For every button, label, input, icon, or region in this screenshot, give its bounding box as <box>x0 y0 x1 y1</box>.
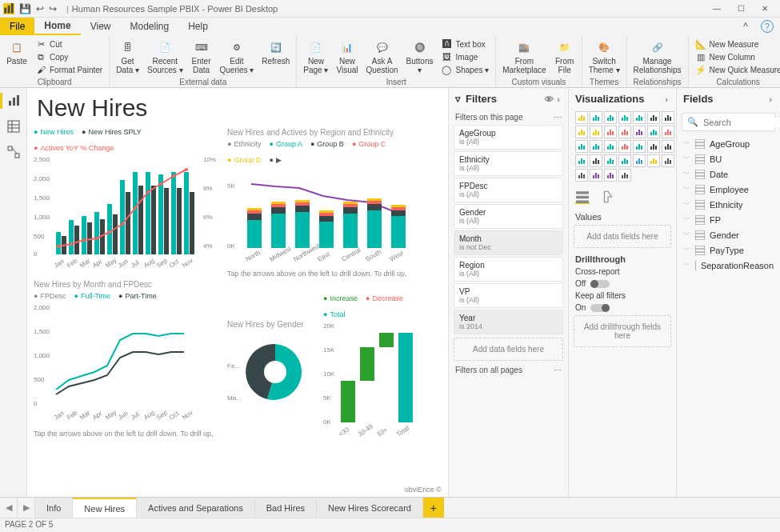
more-icon[interactable]: ⋯ <box>554 113 562 122</box>
from-file-button[interactable]: 📁From File <box>553 38 577 74</box>
new-visual-button[interactable]: 📊New Visual <box>334 38 359 74</box>
maximize-icon[interactable]: ☐ <box>729 4 753 13</box>
viz-type-icon[interactable] <box>590 111 602 124</box>
page-tab[interactable]: Info <box>35 498 73 518</box>
file-tab[interactable]: File <box>0 18 34 35</box>
view-tab[interactable]: View <box>81 18 121 35</box>
collapse-viz-icon[interactable]: › <box>663 94 670 104</box>
viz-type-icon[interactable] <box>604 140 617 153</box>
get-data-button[interactable]: 🗄Get Data ▾ <box>114 38 141 74</box>
viz-type-icon[interactable] <box>590 154 602 167</box>
field-table-row[interactable]: ﹀Ethnicity <box>677 197 780 212</box>
field-table-row[interactable]: ﹀AgeGroup <box>677 136 780 151</box>
format-painter-button[interactable]: 🖌Format Painter <box>34 64 104 75</box>
chart-new-hires[interactable]: New Hires New Hires SPLY Actives YoY % C… <box>34 128 218 274</box>
tab-nav-prev[interactable]: ◀ <box>0 498 18 518</box>
viz-type-icon[interactable] <box>575 111 588 124</box>
viz-type-icon[interactable] <box>633 111 646 124</box>
save-icon[interactable]: 💾 <box>19 3 31 14</box>
filter-card[interactable]: Genderis (All) <box>454 204 563 229</box>
viz-type-icon[interactable] <box>647 111 660 124</box>
copy-button[interactable]: ⧉Copy <box>34 51 104 62</box>
viz-type-icon[interactable] <box>662 154 674 167</box>
viz-type-icon[interactable] <box>633 126 646 138</box>
viz-type-icon[interactable] <box>618 140 631 153</box>
switch-theme-button[interactable]: 🎨Switch Theme ▾ <box>587 38 622 74</box>
redo-icon[interactable]: ↪ <box>49 3 57 14</box>
viz-type-icon[interactable] <box>618 169 631 182</box>
new-measure-button[interactable]: 📐New Measure <box>694 38 780 50</box>
field-table-row[interactable]: ﹀PayType <box>677 242 780 258</box>
viz-type-icon[interactable] <box>590 140 602 153</box>
viz-type-icon[interactable] <box>590 169 602 182</box>
edit-queries-button[interactable]: ⚙Edit Queries ▾ <box>218 38 256 74</box>
viz-type-icon[interactable] <box>604 169 617 182</box>
viz-type-icon[interactable] <box>604 111 617 124</box>
recent-sources-button[interactable]: 📄Recent Sources ▾ <box>146 38 184 74</box>
filter-drop-zone[interactable]: Add data fields here <box>454 338 563 361</box>
textbox-button[interactable]: 🅰Text box <box>439 38 490 50</box>
undo-icon[interactable]: ↩ <box>36 3 44 14</box>
viz-type-icon[interactable] <box>618 111 631 124</box>
shapes-button[interactable]: ◯Shapes ▾ <box>439 64 490 75</box>
fields-well-icon[interactable] <box>575 190 590 204</box>
viz-type-icon[interactable] <box>590 126 602 138</box>
page-tab[interactable]: New Hires <box>73 498 137 518</box>
cut-button[interactable]: ✂Cut <box>34 38 104 50</box>
new-quick-measure-button[interactable]: ⚡New Quick Measure <box>694 64 780 75</box>
refresh-button[interactable]: 🔄Refresh <box>260 38 291 66</box>
chart-gender-pie[interactable]: New Hires by Gender Fe... Ma... <box>227 320 323 414</box>
collapse-ribbon-icon[interactable]: ^ <box>737 18 754 35</box>
data-view-icon[interactable] <box>6 118 22 134</box>
viz-type-icon[interactable] <box>647 154 660 167</box>
filter-card[interactable]: Monthis not Dec <box>454 230 563 255</box>
viz-type-icon[interactable] <box>575 169 588 182</box>
paste-button[interactable]: 📋Paste <box>5 38 29 66</box>
home-tab[interactable]: Home <box>34 18 80 35</box>
viz-type-icon[interactable] <box>604 154 617 167</box>
manage-relationships-button[interactable]: 🔗Manage Relationships <box>632 38 683 74</box>
values-drop-zone[interactable]: Add data fields here <box>574 225 671 248</box>
drillthrough-drop-zone[interactable]: Add drillthrough fields here <box>574 315 671 347</box>
page-tab[interactable]: Actives and Separations <box>137 498 255 518</box>
chart-waterfall[interactable]: Increase Decrease Total 20K15K10K5K0K <3… <box>323 294 427 448</box>
enter-data-button[interactable]: ⌨Enter Data <box>190 38 214 74</box>
page-tab[interactable]: Bad Hires <box>255 498 317 518</box>
filter-card[interactable]: Yearis 2014 <box>454 310 563 334</box>
field-table-row[interactable]: ﹀BU <box>677 151 780 166</box>
fields-search[interactable]: 🔍 <box>682 113 775 131</box>
more-icon[interactable]: ⋯ <box>554 366 562 374</box>
report-view-icon[interactable] <box>0 93 26 109</box>
field-table-row[interactable]: ﹀SeparationReason <box>677 258 780 273</box>
image-button[interactable]: 🖼Image <box>439 51 490 62</box>
viz-type-icon[interactable] <box>575 154 588 167</box>
field-table-row[interactable]: ﹀Gender <box>677 227 780 242</box>
viz-type-icon[interactable] <box>618 154 631 167</box>
filter-card[interactable]: Regionis (All) <box>454 257 563 282</box>
eye-icon[interactable]: 👁 <box>543 94 555 104</box>
field-table-row[interactable]: ﹀Employee <box>677 182 780 197</box>
report-canvas[interactable]: New Hires New Hires New Hires SPLY Activ… <box>27 88 448 497</box>
from-marketplace-button[interactable]: 🏬From Marketplace <box>501 38 547 74</box>
viz-type-icon[interactable] <box>662 111 674 124</box>
modeling-tab[interactable]: Modeling <box>120 18 178 35</box>
new-column-button[interactable]: ▥New Column <box>694 51 780 62</box>
cross-report-toggle[interactable] <box>590 280 610 288</box>
viz-type-icon[interactable] <box>647 140 660 153</box>
collapse-filters-icon[interactable]: › <box>555 94 562 104</box>
filter-card[interactable]: FPDescis (All) <box>454 178 563 202</box>
field-table-row[interactable]: ﹀FP <box>677 212 780 227</box>
help-icon[interactable]: ? <box>761 20 774 33</box>
search-input[interactable] <box>703 118 780 127</box>
help-tab[interactable]: Help <box>178 18 218 35</box>
viz-type-icon[interactable] <box>575 126 588 138</box>
tab-nav-next[interactable]: ▶ <box>18 498 35 518</box>
collapse-fields-icon[interactable]: › <box>767 94 774 104</box>
new-page-button[interactable]: 📄New Page ▾ <box>302 38 330 74</box>
filter-card[interactable]: VPis (All) <box>454 283 563 308</box>
add-page-button[interactable]: + <box>423 498 444 518</box>
model-view-icon[interactable] <box>6 144 22 160</box>
viz-type-icon[interactable] <box>662 140 674 153</box>
field-table-row[interactable]: ﹀Date <box>677 166 780 182</box>
format-well-icon[interactable] <box>601 190 615 204</box>
